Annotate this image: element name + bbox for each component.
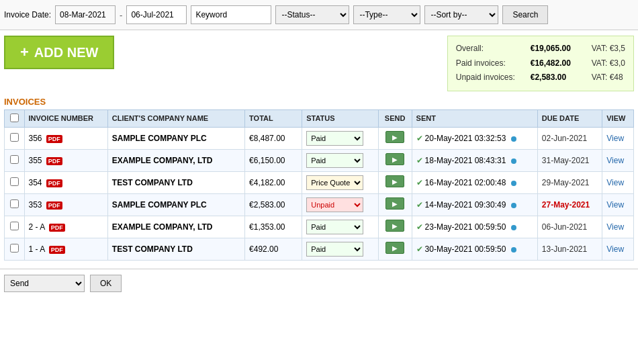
select-all-checkbox[interactable] [10,113,19,122]
header-status: STATUS [302,109,378,127]
table-row: 1 - A PDF TEST COMPANY LTD €492.00 PaidU… [5,238,634,260]
header-due-date: DUE DATE [537,109,602,127]
status-dropdown-row-356[interactable]: PaidUnpaidPrice Quote [306,131,363,146]
header-send: SEND [378,109,412,127]
footer-bar: Send Delete Mark Paid Mark Unpaid OK [0,269,638,298]
sent-check-icon-row-356: ✔ [416,134,423,143]
row-number-row-353: 353 PDF [24,193,107,216]
summary-overall-row: Overall: €19,065.00 VAT: €3,5 [456,42,625,56]
row-company-row-353: SAMPLE COMPANY PLC [107,193,244,216]
row-select-row-353[interactable] [10,199,19,208]
status-dropdown-row-353[interactable]: PaidUnpaidPrice Quote [306,197,363,212]
top-row: + ADD NEW Overall: €19,065.00 VAT: €3,5 … [4,36,634,91]
sent-info-dot-row-1a[interactable] [511,247,516,253]
send-button-row-355[interactable] [385,153,404,165]
header-checkbox [5,109,25,127]
pdf-icon-row-354[interactable]: PDF [46,179,62,187]
view-link-row-356[interactable]: View [606,134,624,143]
overall-vat: VAT: €3,5 [592,42,625,56]
row-due-row-354: 29-May-2021 [537,171,602,193]
status-dropdown-row-354[interactable]: PaidUnpaidPrice Quote [306,175,363,190]
summary-box: Overall: €19,065.00 VAT: €3,5 Paid invoi… [447,36,634,91]
overall-label: Overall: [456,42,527,56]
status-dropdown-row-355[interactable]: PaidUnpaidPrice Quote [306,153,363,168]
row-status-row-353: PaidUnpaidPrice Quote [302,193,378,216]
send-button-row-356[interactable] [385,131,404,143]
header-view: VIEW [602,109,634,127]
sent-info-dot-row-2a[interactable] [511,225,516,230]
sort-select[interactable]: --Sort by-- Date Asc Date Desc Number As… [424,5,498,24]
sent-check-icon-row-1a: ✔ [416,244,423,254]
row-total-row-355: €6,150.00 [245,149,302,171]
ok-button[interactable]: OK [90,275,122,292]
row-status-row-356: PaidUnpaidPrice Quote [302,127,378,149]
row-send-row-2a [378,216,412,238]
row-select-row-1a[interactable] [10,244,19,253]
row-company-row-1a: TEST COMPANY LTD [107,238,244,260]
table-row: 356 PDF SAMPLE COMPANY PLC €8,487.00 Pai… [5,127,634,149]
sent-info-dot-row-356[interactable] [511,136,516,142]
invoices-heading: INVOICES [4,97,634,107]
row-select-row-354[interactable] [10,177,19,186]
row-total-row-354: €4,182.00 [245,171,302,193]
date-from-input[interactable] [55,5,116,24]
row-total-row-356: €8,487.00 [245,127,302,149]
row-sent-row-1a: ✔30-May-2021 00:59:50 [412,238,537,260]
row-select-row-2a[interactable] [10,222,19,230]
row-number-row-354: 354 PDF [24,171,107,193]
row-status-row-2a: PaidUnpaidPrice Quote [302,216,378,238]
row-select-row-356[interactable] [10,133,19,142]
row-sent-row-355: ✔18-May-2021 08:43:31 [412,149,537,171]
row-checkbox-row-353 [5,193,25,216]
filter-bar: Invoice Date: - --Status-- Paid Unpaid P… [0,0,638,30]
pdf-icon-row-353[interactable]: PDF [46,201,62,210]
bulk-action-select[interactable]: Send Delete Mark Paid Mark Unpaid [4,275,85,292]
row-due-row-1a: 13-Jun-2021 [537,238,602,260]
status-dropdown-row-1a[interactable]: PaidUnpaidPrice Quote [306,242,363,257]
invoice-date-label: Invoice Date: [4,10,51,19]
view-link-row-355[interactable]: View [606,156,624,165]
pdf-icon-row-355[interactable]: PDF [46,157,62,165]
sent-check-icon-row-354: ✔ [416,178,423,187]
sent-info-dot-row-354[interactable] [511,181,516,186]
search-button[interactable]: Search [502,5,548,24]
row-due-row-2a: 06-Jun-2021 [537,216,602,238]
sent-info-dot-row-355[interactable] [511,158,516,164]
sent-check-icon-row-355: ✔ [416,156,423,165]
send-button-row-2a[interactable] [385,220,404,232]
status-dropdown-row-2a[interactable]: PaidUnpaidPrice Quote [306,220,363,234]
row-send-row-356 [378,127,412,149]
header-total: TOTAL [245,109,302,127]
pdf-icon-row-2a[interactable]: PDF [49,224,65,232]
pdf-icon-row-356[interactable]: PDF [46,135,62,143]
row-total-row-353: €2,583.00 [245,193,302,216]
type-select[interactable]: --Type-- Invoice Credit Note [353,5,420,24]
row-select-row-355[interactable] [10,155,19,164]
send-button-row-1a[interactable] [385,242,404,254]
add-new-button[interactable]: + ADD NEW [4,36,114,69]
row-company-row-354: TEST COMPANY LTD [107,171,244,193]
send-button-row-353[interactable] [385,197,404,210]
date-to-input[interactable] [126,5,187,24]
send-button-row-354[interactable] [385,175,404,187]
paid-vat: VAT: €3,0 [592,56,625,71]
sent-info-dot-row-353[interactable] [511,203,516,208]
status-select[interactable]: --Status-- Paid Unpaid Price Quote [275,5,349,24]
row-view-row-1a: View [602,238,634,260]
summary-unpaid-row: Unpaid invoices: €2,583.00 VAT: €48 [456,71,625,85]
view-link-row-1a[interactable]: View [606,244,624,254]
row-company-row-356: SAMPLE COMPANY PLC [107,127,244,149]
row-sent-row-354: ✔16-May-2021 02:00:48 [412,171,537,193]
row-due-row-353: 27-May-2021 [537,193,602,216]
row-view-row-2a: View [602,216,634,238]
view-link-row-353[interactable]: View [606,200,624,210]
pdf-icon-row-1a[interactable]: PDF [49,246,65,254]
row-company-row-355: EXAMPLE COMPANY, LTD [107,149,244,171]
row-total-row-2a: €1,353.00 [245,216,302,238]
keyword-input[interactable] [191,5,271,24]
view-link-row-354[interactable]: View [606,178,624,187]
row-status-row-355: PaidUnpaidPrice Quote [302,149,378,171]
view-link-row-2a[interactable]: View [606,222,624,232]
row-send-row-1a [378,238,412,260]
row-send-row-354 [378,171,412,193]
